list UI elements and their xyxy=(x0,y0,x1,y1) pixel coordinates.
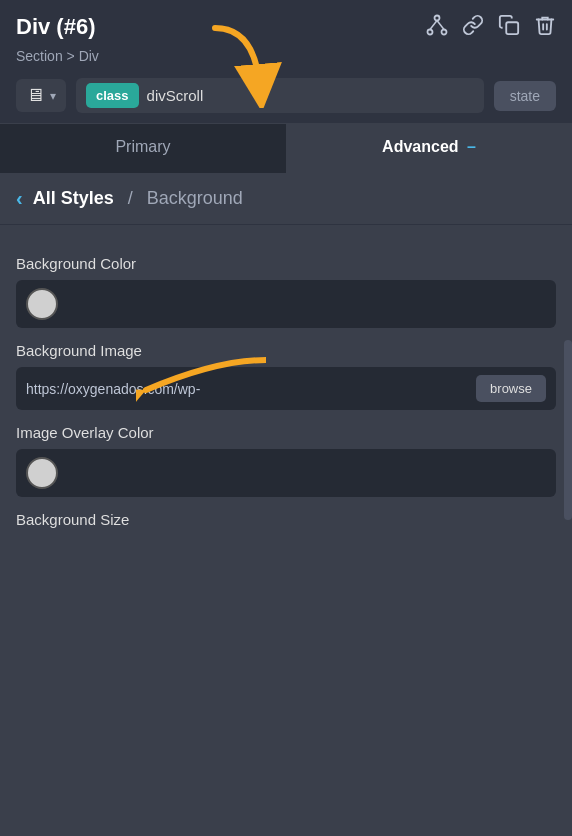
image-overlay-color-swatch[interactable] xyxy=(16,449,556,497)
all-styles-label[interactable]: All Styles xyxy=(33,188,114,209)
svg-rect-6 xyxy=(506,22,518,34)
tab-primary[interactable]: Primary xyxy=(0,124,286,173)
header-icons xyxy=(426,14,556,41)
svg-line-5 xyxy=(437,21,444,30)
image-overlay-color-label: Image Overlay Color xyxy=(16,424,556,441)
breadcrumb: Section > Div xyxy=(16,48,556,64)
background-image-label: Background Image xyxy=(16,342,556,359)
image-overlay-color-circle xyxy=(26,457,58,489)
scrollbar[interactable] xyxy=(564,340,572,520)
state-button[interactable]: state xyxy=(494,81,556,111)
device-selector[interactable]: 🖥 ▾ xyxy=(16,79,66,112)
panel-header: Div (#6) xyxy=(0,0,572,123)
header-toolbar: 🖥 ▾ class state xyxy=(16,78,556,113)
class-input[interactable] xyxy=(147,82,474,109)
current-section-label: Background xyxy=(147,188,243,209)
breadcrumb-separator: / xyxy=(128,188,133,209)
element-title: Div (#6) xyxy=(16,14,95,40)
back-button[interactable]: ‹ xyxy=(16,187,23,210)
hierarchy-icon[interactable] xyxy=(426,14,448,41)
tab-bar: Primary Advanced – xyxy=(0,123,572,173)
trash-icon[interactable] xyxy=(534,14,556,41)
copy-icon[interactable] xyxy=(498,14,520,41)
browse-button[interactable]: browse xyxy=(476,375,546,402)
background-color-label: Background Color xyxy=(16,255,556,272)
class-selector[interactable]: class xyxy=(76,78,484,113)
tab-advanced[interactable]: Advanced – xyxy=(286,124,572,173)
svg-point-1 xyxy=(435,16,440,21)
background-image-input[interactable]: https://oxygenados.com/wp- browse xyxy=(16,367,556,410)
advanced-tab-minus: – xyxy=(467,138,476,155)
svg-point-3 xyxy=(442,30,447,35)
styles-breadcrumb-nav: ‹ All Styles / Background xyxy=(0,173,572,225)
chevron-down-icon: ▾ xyxy=(50,89,56,103)
class-badge[interactable]: class xyxy=(86,83,139,108)
settings-content: Background Color Background Image https:… xyxy=(0,225,572,528)
background-color-circle xyxy=(26,288,58,320)
svg-point-2 xyxy=(428,30,433,35)
svg-line-4 xyxy=(430,21,437,30)
image-url-text: https://oxygenados.com/wp- xyxy=(26,381,468,397)
link-icon[interactable] xyxy=(462,14,484,41)
background-color-swatch[interactable] xyxy=(16,280,556,328)
desktop-icon: 🖥 xyxy=(26,85,44,106)
background-size-label: Background Size xyxy=(16,511,556,528)
